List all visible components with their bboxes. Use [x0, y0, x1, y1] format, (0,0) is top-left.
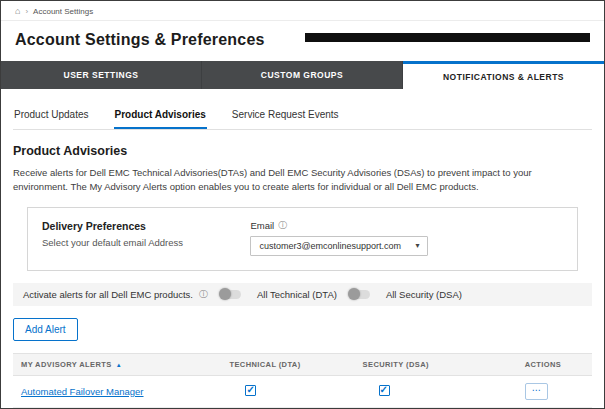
select-caret-icon: ▾ — [405, 241, 419, 250]
header-my-advisory-alerts-label: MY ADVISORY ALERTS — [21, 360, 112, 369]
title-row: Account Settings & Preferences — [1, 21, 604, 61]
email-select[interactable]: customer3@emconlinesupport.com ▾ — [250, 236, 428, 256]
all-products-toggle[interactable] — [220, 290, 241, 299]
subtab-product-advisories[interactable]: Product Advisories — [114, 105, 207, 129]
delivery-preferences-labels: Delivery Preferences Select your default… — [42, 220, 250, 256]
advisory-alerts-table: MY ADVISORY ALERTS▲ TECHNICAL (DTA) SECU… — [13, 353, 592, 409]
add-alert-button[interactable]: Add Alert — [13, 318, 78, 341]
header-actions: ACTIONS — [517, 353, 592, 375]
breadcrumb-separator-icon: › — [25, 7, 28, 16]
main-tabs: USER SETTINGS CUSTOM GROUPS NOTIFICATION… — [1, 61, 604, 89]
tab-notifications-alerts[interactable]: NOTIFICATIONS & ALERTS — [403, 61, 604, 89]
email-label-row: Email ⓘ — [250, 220, 428, 231]
section-title: Product Advisories — [13, 144, 592, 158]
activate-alerts-label: Activate alerts for all Dell EMC product… — [23, 289, 193, 300]
sub-tabs: Product Updates Product Advisories Servi… — [13, 103, 592, 130]
email-select-value: customer3@emconlinesupport.com — [259, 241, 401, 251]
tab-user-settings[interactable]: USER SETTINGS — [1, 61, 202, 89]
home-icon[interactable]: ⌂ — [15, 6, 20, 16]
dark-banner — [305, 33, 590, 42]
tab-custom-groups-label: CUSTOM GROUPS — [261, 70, 343, 80]
subtab-service-request-events[interactable]: Service Request Events — [231, 105, 340, 129]
all-technical-toggle[interactable] — [349, 290, 370, 299]
page-title: Account Settings & Preferences — [15, 31, 265, 49]
row-actions-button[interactable]: ⋯ — [525, 383, 548, 400]
content-area: Product Updates Product Advisories Servi… — [1, 89, 604, 409]
breadcrumb-item-account-settings[interactable]: Account Settings — [33, 7, 93, 16]
tab-custom-groups[interactable]: CUSTOM GROUPS — [202, 61, 403, 89]
activate-alerts-info-icon[interactable]: ⓘ — [199, 290, 208, 299]
tab-user-settings-label: USER SETTINGS — [64, 70, 139, 80]
delivery-preferences-panel: Delivery Preferences Select your default… — [27, 207, 578, 271]
toggle-knob — [219, 288, 231, 300]
table-row: Automated Failover Manager ⋯ — [13, 375, 592, 407]
delivery-preferences-title: Delivery Preferences — [42, 220, 250, 232]
email-info-icon[interactable]: ⓘ — [278, 221, 287, 230]
email-select-group: Email ⓘ customer3@emconlinesupport.com ▾ — [250, 220, 428, 256]
breadcrumb: ⌂ › Account Settings — [1, 1, 604, 21]
alert-link-automated-failover-manager[interactable]: Automated Failover Manager — [21, 386, 144, 397]
activate-alerts-bar: Activate alerts for all Dell EMC product… — [13, 283, 592, 306]
header-my-advisory-alerts[interactable]: MY ADVISORY ALERTS▲ — [13, 353, 221, 375]
section-description: Receive alerts for Dell EMC Technical Ad… — [13, 166, 588, 195]
all-security-label: All Security (DSA) — [386, 289, 462, 300]
subtab-product-updates[interactable]: Product Updates — [13, 105, 90, 129]
header-security-dsa: SECURITY (DSA) — [355, 353, 517, 375]
toggle-knob — [348, 288, 360, 300]
all-technical-label: All Technical (DTA) — [257, 289, 337, 300]
email-label: Email — [250, 220, 274, 231]
security-checkbox[interactable] — [379, 385, 390, 396]
technical-checkbox[interactable] — [245, 385, 256, 396]
account-settings-page: ⌂ › Account Settings Account Settings & … — [0, 0, 605, 409]
header-technical-dta: TECHNICAL (DTA) — [221, 353, 354, 375]
sort-ascending-icon: ▲ — [116, 362, 122, 368]
delivery-preferences-subtitle: Select your default email Address — [42, 237, 250, 248]
tab-notifications-alerts-label: NOTIFICATIONS & ALERTS — [443, 72, 564, 82]
table-header-row: MY ADVISORY ALERTS▲ TECHNICAL (DTA) SECU… — [13, 353, 592, 375]
